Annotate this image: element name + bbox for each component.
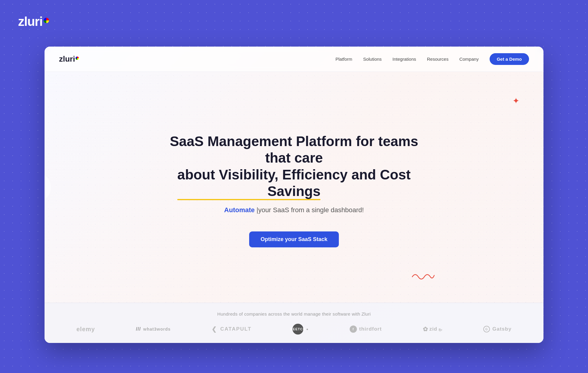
what3words-icon: /// <box>136 326 141 332</box>
top-logo-dot <box>44 18 49 23</box>
heetch-dot: ● <box>306 327 309 331</box>
nav-link-resources[interactable]: Resources <box>427 57 449 62</box>
hero-subtitle-rest: |your SaaS from a single dashboard! <box>255 206 364 214</box>
companies-section: Hundreds of companies across the world m… <box>45 303 543 343</box>
nav-logo-wordmark: zluri <box>59 54 75 64</box>
logo-heetch: HEETCH ● <box>292 324 309 335</box>
logo-zid: ✿ zid بج <box>423 326 443 333</box>
gatsby-icon-symbol: G <box>485 328 488 331</box>
zid-text: zid <box>429 326 438 332</box>
top-logo-wordmark: zluri <box>18 14 42 29</box>
get-demo-button[interactable]: Get a Demo <box>490 53 529 65</box>
zid-icon: ✿ zid بج <box>423 326 443 333</box>
hero-title-line1: SaaS Management Platform for teams that … <box>170 133 418 166</box>
catapult-chevron: ❮ <box>212 326 217 333</box>
top-logo: zluri <box>18 14 49 29</box>
heetch-badge: HEETCH <box>292 324 303 335</box>
logo-elemy: elemy <box>76 326 95 333</box>
nav-link-solutions[interactable]: Solutions <box>363 57 382 62</box>
nav-links: Platform Solutions Integrations Resource… <box>336 53 529 65</box>
nav-link-integrations[interactable]: Integrations <box>392 57 416 62</box>
nav-logo[interactable]: zluri <box>59 54 79 64</box>
what3words-text: what3words <box>143 327 171 332</box>
logo-gatsby: G Gatsby <box>483 326 512 332</box>
companies-title: Hundreds of companies across the world m… <box>59 311 529 316</box>
zid-flower-icon: ✿ <box>423 326 428 333</box>
navbar: zluri Platform Solutions Integrations Re… <box>45 47 543 72</box>
companies-logos: elemy /// what3words ❮ CATAPULT HEETCH ● <box>59 324 529 335</box>
thirdfort-svg: f <box>350 326 357 332</box>
gatsby-icon: G <box>483 326 490 332</box>
logo-catapult: ❮ CATAPULT <box>212 326 252 333</box>
logo-thirdfort: f thirdfort <box>350 326 382 333</box>
star-decoration: ✦ <box>512 96 519 106</box>
w3w-slash: /// <box>136 326 141 332</box>
nav-logo-text: zluri <box>59 54 79 64</box>
hero-subtitle: Automate |your SaaS from a single dashbo… <box>159 206 429 214</box>
browser-card: zluri Platform Solutions Integrations Re… <box>45 47 543 343</box>
catapult-text: CATAPULT <box>220 326 252 332</box>
nav-link-company[interactable]: Company <box>459 57 478 62</box>
hero-subtitle-highlight: Automate <box>224 206 255 214</box>
hero-section: ✦ SaaS Management Platform for teams tha… <box>45 72 543 303</box>
thirdfort-text: thirdfort <box>359 326 382 332</box>
hero-title-line2: about Visibility, Efficiency and Cost Sa… <box>177 167 410 199</box>
optimize-button[interactable]: Optimize your SaaS Stack <box>249 231 339 247</box>
zid-arabic: بج <box>438 327 442 331</box>
thirdfort-icon: f <box>350 326 357 333</box>
elemy-text: elemy <box>76 326 95 333</box>
svg-text:f: f <box>352 328 354 331</box>
left-decoration <box>45 174 51 201</box>
heetch-text: HEETCH <box>290 327 305 331</box>
gatsby-text: Gatsby <box>492 326 512 332</box>
nav-logo-dot <box>76 57 79 60</box>
top-logo-text: zluri <box>18 14 49 29</box>
hero-content: SaaS Management Platform for teams that … <box>159 133 429 247</box>
squiggle-decoration <box>411 271 435 280</box>
logo-what3words: /// what3words <box>136 326 171 332</box>
nav-link-platform[interactable]: Platform <box>336 57 352 62</box>
hero-title: SaaS Management Platform for teams that … <box>159 133 429 200</box>
